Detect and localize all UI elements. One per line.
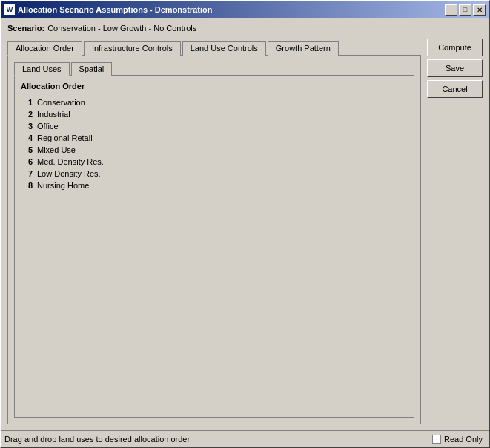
outer-tab-panel: Allocation Order Infrastructure Controls… [7,39,421,424]
status-bar: Drag and drop land uses to desired alloc… [1,430,489,447]
close-button[interactable]: ✕ [473,4,486,16]
app-icon: W [4,4,15,15]
list-item[interactable]: 3 Office [21,120,408,132]
window-title: Allocation Scenario Assumptions - Demons… [18,5,212,14]
allocation-list-scroll[interactable]: 1 Conservation 2 Industrial 3 Office [21,96,408,191]
list-item[interactable]: 6 Med. Density Res. [21,156,408,168]
readonly-area: Read Only [432,435,483,444]
allocation-list: 1 Conservation 2 Industrial 3 Office [21,96,408,191]
maximize-button[interactable]: □ [459,4,471,16]
tab-growth-pattern[interactable]: Growth Pattern [268,41,339,56]
list-item[interactable]: 5 Mixed Use [21,144,408,156]
side-buttons: Compute Save Cancel [427,39,483,424]
allocation-order-title: Allocation Order [21,82,408,90]
tab-land-use-controls[interactable]: Land Use Controls [182,41,266,56]
minimize-button[interactable]: _ [445,4,457,16]
inner-tabs-row: Land Uses Spatial [14,62,414,75]
list-item[interactable]: 1 Conservation [21,96,408,108]
list-item[interactable]: 4 Regional Retail [21,132,408,144]
scenario-label: Scenario: [7,24,44,33]
outer-tab-content: Land Uses Spatial Allocation Order 1 [7,55,421,424]
main-area: Allocation Order Infrastructure Controls… [7,39,483,424]
tab-allocation-order[interactable]: Allocation Order [7,41,82,56]
title-bar: W Allocation Scenario Assumptions - Demo… [1,1,489,18]
readonly-checkbox[interactable] [432,435,441,444]
inner-tab-land-uses[interactable]: Land Uses [14,62,70,76]
readonly-label: Read Only [444,435,483,444]
window-body: Scenario: Conservation - Low Growth - No… [1,18,489,430]
title-buttons: _ □ ✕ [445,4,486,16]
list-item[interactable]: 8 Nursing Home [21,179,408,191]
inner-tab-spatial[interactable]: Spatial [71,62,113,76]
list-item[interactable]: 2 Industrial [21,108,408,120]
inner-tab-content: Allocation Order 1 Conservation 2 Indust… [14,75,414,418]
outer-tabs-row: Allocation Order Infrastructure Controls… [7,40,421,55]
scenario-value: Conservation - Low Growth - No Controls [47,24,196,33]
tab-infrastructure-controls[interactable]: Infrastructure Controls [84,41,181,56]
scenario-line: Scenario: Conservation - Low Growth - No… [7,24,483,33]
save-button[interactable]: Save [427,59,483,77]
cancel-button[interactable]: Cancel [427,80,483,98]
compute-button[interactable]: Compute [427,39,483,56]
status-text: Drag and drop land uses to desired alloc… [4,435,486,444]
main-window: W Allocation Scenario Assumptions - Demo… [0,0,490,448]
title-bar-left: W Allocation Scenario Assumptions - Demo… [4,4,212,15]
list-item[interactable]: 7 Low Density Res. [21,168,408,179]
